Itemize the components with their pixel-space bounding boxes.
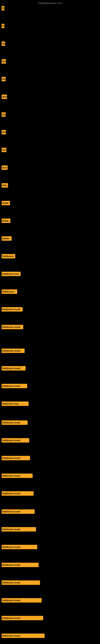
bar-row: Bottleneck result — [1, 456, 30, 460]
bar-label: Bottleneck r — [2, 290, 15, 293]
bar-label: B — [2, 25, 4, 27]
bar-label: Bottleneck result — [2, 422, 20, 424]
bar-row: Bottleneck result — [1, 325, 23, 329]
bar-label: Bo — [2, 42, 5, 45]
bar-label: Bottleneck result — [2, 308, 20, 310]
bar-row: Bottleneck — [1, 254, 15, 258]
bar-label: Bottleneck resu — [2, 273, 19, 275]
bar-label: Bottleneck result — [2, 492, 20, 495]
bar-row: Bott — [1, 94, 7, 99]
bar-label: Bot — [2, 60, 6, 62]
bar-label: Bottleneck result — [2, 564, 20, 566]
bar-row: Bottleneck result — [1, 563, 39, 567]
bar-row: Bottle — [1, 218, 10, 223]
bar-row: Bottleneck result — [1, 420, 28, 425]
site-title: TheBottlenecker.com — [38, 2, 62, 5]
bar-label: Bott — [2, 184, 7, 186]
bar-row: Bottleneck result — [1, 474, 33, 478]
bar-row: Bot — [1, 130, 6, 134]
bar-row: Bottleneck resu — [1, 272, 21, 276]
bar-label: Bottleneck result — [2, 474, 20, 477]
bar-row: Bottleneck result — [1, 366, 26, 370]
bar-label: Bot — [2, 131, 6, 134]
bar-row: Bot — [1, 148, 6, 152]
bar-row: Bot — [1, 59, 6, 64]
bar-row: Bottleneck result — [1, 491, 34, 496]
bar-label: Bottleneck result — [2, 350, 20, 352]
bar-label: Bottleneck result — [2, 634, 20, 637]
bar-row: B — [1, 6, 4, 10]
bar-row: Bottleneck result — [1, 438, 29, 442]
bar-row: B — [1, 24, 4, 28]
bar-row: Bottleneck result — [1, 580, 40, 585]
bar-row: Bottle — [1, 201, 10, 205]
bar-label: Bo — [2, 113, 5, 116]
bar-row: Bottler — [1, 236, 12, 241]
bar-row: Bottleneck result — [1, 598, 42, 602]
bar-label: Bottleneck result — [2, 510, 20, 513]
bar-label: Bott — [2, 166, 7, 169]
bar-label: Bottleneck resu — [2, 402, 19, 405]
bar-row: Bottleneck result — [1, 616, 43, 620]
bar-row: Bottleneck result — [1, 545, 37, 549]
bar-label: Bottleneck result — [2, 599, 20, 602]
bar-row: Bottleneck result — [1, 348, 25, 353]
bar-row: Bottleneck result — [1, 509, 35, 514]
bar-row: Bott — [1, 166, 8, 170]
bar-row: Bott — [1, 183, 8, 188]
bar-row: Bo — [1, 77, 6, 81]
bar-row: Bottleneck result — [1, 384, 27, 388]
bar-label: Bottleneck result — [2, 528, 20, 530]
bar-label: Bottleneck result — [2, 385, 20, 387]
bar-row: Bo — [1, 112, 6, 117]
bar-row: Bottleneck result — [1, 307, 23, 312]
bar-row: Bottleneck resu — [1, 402, 29, 406]
bar-label: Bot — [2, 149, 6, 151]
bar-row: Bottleneck result — [1, 634, 45, 638]
bar-row: Bottleneck result — [1, 527, 36, 532]
bar-row: Bo — [1, 42, 5, 46]
bar-label: Bottleneck result — [2, 367, 20, 370]
bar-label: Bottleneck result — [2, 439, 20, 442]
bar-label: Bottleneck result — [2, 582, 20, 584]
bar-label: Bottleneck result — [2, 457, 20, 459]
bar-label: Bott — [2, 96, 7, 98]
bar-label: Bottler — [2, 237, 9, 240]
bar-label: Bottle — [2, 202, 9, 204]
bar-row: Bottleneck r — [1, 290, 17, 294]
bar-label: Bottle — [2, 220, 9, 222]
bar-label: Bottleneck result — [2, 326, 20, 328]
bar-label: Bottleneck result — [2, 617, 20, 619]
bar-label: B — [2, 7, 4, 10]
bar-label: Bo — [2, 78, 5, 80]
bar-label: Bottleneck result — [2, 546, 20, 548]
bar-label: Bottleneck — [2, 255, 14, 258]
